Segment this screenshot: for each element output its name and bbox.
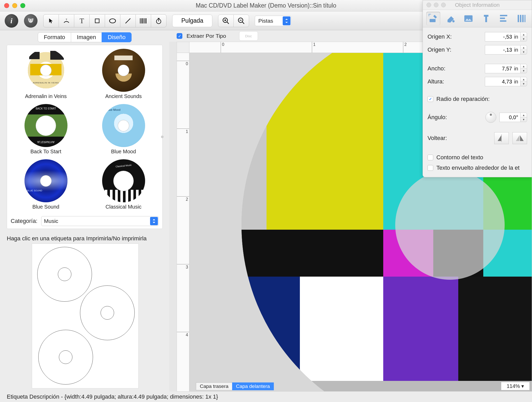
window-controls: [4, 3, 25, 8]
text-outline-label: Contorno del texto: [436, 154, 483, 161]
label-layout-preview[interactable]: [32, 243, 139, 388]
unit-label: in: [514, 77, 520, 86]
height-input[interactable]: [485, 77, 514, 86]
flip-horizontal-button[interactable]: [494, 132, 509, 144]
inspector-tab-align[interactable]: [497, 12, 511, 25]
svg-rect-21: [430, 19, 436, 22]
tab-format[interactable]: Formato: [38, 32, 71, 42]
angle-stepper[interactable]: ▲▼: [520, 113, 527, 122]
inspector-tab-fill[interactable]: [444, 12, 458, 25]
category-select[interactable]: Music: [41, 216, 159, 226]
design-item[interactable]: Ancient Sounds: [85, 49, 162, 102]
width-stepper[interactable]: ▲▼: [520, 64, 527, 73]
svg-rect-23: [429, 14, 429, 16]
extract-checkbox[interactable]: ✓: [177, 33, 182, 39]
flip-vertical-button[interactable]: [512, 132, 527, 144]
design-item[interactable]: Blue Mood Blue Mood: [85, 104, 162, 158]
svg-rect-30: [520, 15, 521, 22]
svg-text:T: T: [66, 18, 67, 21]
text-wrap-checkbox[interactable]: [428, 165, 433, 171]
width-input[interactable]: [485, 64, 514, 73]
mask-icon[interactable]: [24, 14, 38, 28]
text-outline-checkbox[interactable]: [428, 155, 433, 160]
svg-rect-10: [146, 18, 146, 23]
chevron-down-icon: [283, 16, 290, 25]
panel-resize-handle[interactable]: [161, 136, 164, 138]
ruler-corner: [177, 42, 189, 53]
svg-line-15: [227, 22, 229, 24]
height-stepper[interactable]: ▲▼: [520, 77, 527, 86]
svg-rect-6: [142, 18, 143, 23]
width-label: Ancho:: [428, 65, 446, 72]
svg-rect-4: [140, 18, 140, 23]
ellipse-tool-button[interactable]: [105, 14, 120, 27]
origin-x-input[interactable]: [485, 32, 514, 41]
close-window-button[interactable]: [4, 3, 9, 8]
zoom-out-button[interactable]: [233, 15, 249, 27]
info-icon[interactable]: i: [5, 14, 18, 28]
ruler-tick: 1: [177, 129, 189, 134]
disc-button: Disc: [239, 31, 258, 41]
layer-back-tab[interactable]: Capa trasera: [196, 382, 232, 390]
tab-image[interactable]: Imagen: [71, 32, 102, 42]
inspector-tab-layers[interactable]: [514, 12, 528, 25]
tab-design[interactable]: Diseño: [102, 32, 131, 42]
inspector-tab-image[interactable]: [461, 12, 475, 25]
text-wrap-label: Texto envuelto alrededor de la etiq: [436, 165, 520, 171]
pointer-tool-button[interactable]: [43, 14, 59, 27]
tracks-dropdown[interactable]: Pistas: [255, 16, 291, 26]
zoom-in-button[interactable]: [218, 15, 234, 27]
barcode-tool-button[interactable]: [135, 14, 151, 27]
line-tool-button[interactable]: [120, 14, 136, 27]
flip-label: Voltear:: [428, 135, 447, 142]
text-tool-button[interactable]: T: [74, 14, 90, 27]
svg-point-2: [109, 19, 115, 23]
inspector-tabs: [423, 10, 532, 27]
layer-front-tab[interactable]: Capa delantera: [232, 382, 274, 390]
drama-mask-icon: [27, 17, 35, 25]
inspector-min-button[interactable]: [434, 3, 438, 7]
unit-label: in: [514, 32, 520, 41]
disc-center-hole: [395, 170, 505, 280]
layout-hint: Haga clic en una etiqueta para Imprimirl…: [7, 235, 163, 242]
inspector-panel: Object Information Origen X: in ▲▼ Orige…: [423, 0, 532, 177]
arc-text-tool-button[interactable]: T: [59, 14, 74, 27]
design-item[interactable]: BLUE SOUND Blue Sound: [7, 159, 85, 213]
inspector-titlebar[interactable]: Object Information: [423, 0, 532, 10]
svg-line-3: [126, 18, 131, 23]
design-item-label: Ancient Sounds: [105, 93, 142, 99]
origin-y-stepper[interactable]: ▲▼: [520, 45, 527, 54]
svg-rect-5: [141, 18, 141, 23]
zoom-readout[interactable]: 114% ▾: [501, 382, 530, 390]
units-button[interactable]: Pulgada: [172, 15, 212, 27]
inspector-tab-geometry[interactable]: [426, 12, 440, 25]
origin-x-stepper[interactable]: ▲▼: [520, 32, 527, 41]
ruler-tick: 0: [177, 61, 189, 66]
timer-tool-button[interactable]: [151, 14, 166, 27]
design-item-label: Blue Mood: [111, 149, 136, 155]
origin-y-input[interactable]: [485, 45, 514, 54]
designs-panel: ADRENALIN IN VEINS Adrenalin in Veins An…: [7, 45, 163, 229]
design-item[interactable]: ADRENALIN IN VEINS Adrenalin in Veins: [7, 49, 85, 102]
zoom-window-button[interactable]: [20, 3, 25, 8]
unit-label: in: [514, 45, 520, 54]
inspector-zoom-button[interactable]: [441, 3, 446, 7]
design-item[interactable]: Classical Music Classical Music: [85, 159, 162, 213]
inspector-close-button[interactable]: [426, 3, 431, 7]
design-item-label: Back To Start: [30, 149, 61, 155]
angle-input[interactable]: [499, 113, 520, 122]
svg-rect-28: [500, 20, 506, 22]
category-label: Categoría:: [11, 218, 38, 224]
design-item[interactable]: BACK TO START ALTERNATIVA Back To Start: [7, 104, 85, 158]
repair-radius-checkbox[interactable]: ✓: [428, 96, 433, 102]
inspector-tab-text[interactable]: [479, 12, 493, 25]
status-text: Etiqueta Descripción - {width:4.49 pulga…: [7, 393, 218, 400]
angle-knob[interactable]: [485, 112, 496, 123]
angle-label: Ángulo:: [428, 114, 447, 121]
rectangle-tool-button[interactable]: [89, 14, 105, 27]
svg-rect-32: [524, 15, 525, 22]
minimize-window-button[interactable]: [12, 3, 17, 8]
ruler-tick: 2: [177, 196, 189, 202]
svg-rect-8: [144, 18, 144, 23]
chevron-updown-icon: [150, 217, 158, 225]
